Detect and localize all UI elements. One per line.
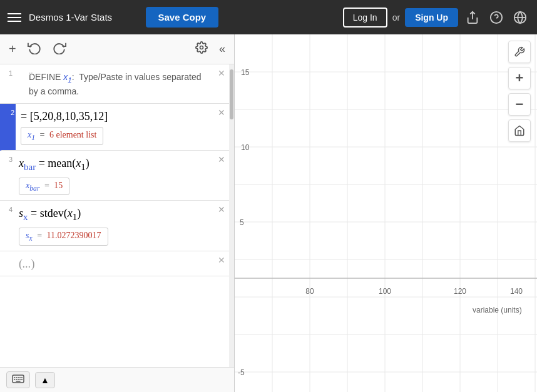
stdev-result-box: sx = 11.0272390017 — [19, 228, 108, 246]
mean-result: xbar = 15 — [19, 178, 222, 196]
close-expr-1-button[interactable]: ✕ — [218, 68, 225, 78]
array-formula-container: = [5,20,8,10,35,12] x1 = 6 element list — [21, 110, 222, 145]
top-bar-right: Log In or Sign Up — [343, 8, 529, 28]
array-result-box: x1 = 6 element list — [21, 127, 103, 145]
mean-formula[interactable]: xbar = mean(x1) — [19, 157, 222, 173]
mean-result-value: 15 — [54, 181, 63, 190]
svg-point-5 — [200, 46, 203, 49]
expressions-list: 1 " DEFINE x1: Type/Paste in values sepa… — [0, 64, 229, 367]
svg-text:100: 100 — [379, 287, 391, 296]
app-title: Desmos 1-Var Stats — [29, 12, 138, 23]
result-equals: = — [40, 130, 45, 139]
globe-icon[interactable] — [511, 8, 529, 27]
scrollbar-thumb — [230, 69, 233, 119]
graph-grid: 80 100 120 140 15 10 5 -5 variable (unit… — [235, 34, 537, 392]
close-expr-3-button[interactable]: ✕ — [218, 154, 225, 164]
bottom-toolbar: ▲ — [0, 367, 234, 392]
expr-number-2: 2 — [2, 104, 16, 150]
keyboard-button[interactable] — [6, 371, 30, 388]
settings-button[interactable] — [193, 40, 210, 58]
result-var: x1 — [28, 130, 35, 139]
svg-text:variable (units): variable (units) — [473, 306, 522, 314]
hamburger-menu[interactable] — [8, 13, 21, 22]
svg-text:80: 80 — [305, 287, 314, 296]
stdev-result: sx = 11.0272390017 — [19, 228, 222, 246]
graph-panel: + − — [235, 34, 537, 392]
expr-content-1: " DEFINE x1: Type/Paste in values separa… — [14, 64, 229, 103]
home-button[interactable] — [508, 119, 531, 142]
redo-button[interactable] — [50, 39, 69, 59]
expression-row-3: 3 xbar = mean(x1) xbar = 15 ✕ — [0, 151, 229, 201]
share-icon[interactable] — [463, 8, 482, 27]
stdev-result-equals: = — [37, 231, 42, 240]
expr-content-4: sx = stdev(x1) sx = 11.0272390017 ✕ — [14, 201, 229, 250]
expression-row-5-partial: (...) ✕ — [0, 251, 229, 276]
add-expression-button[interactable]: + — [6, 41, 19, 58]
array-formula[interactable]: = [5,20,8,10,35,12] — [21, 110, 222, 123]
expression-toolbar: + « — [0, 34, 234, 64]
graph-canvas[interactable]: 80 100 120 140 15 10 5 -5 variable (unit… — [235, 34, 537, 392]
svg-text:10: 10 — [241, 143, 250, 152]
quote-icon: " — [29, 71, 33, 84]
close-expr-4-button[interactable]: ✕ — [218, 204, 225, 214]
svg-text:5: 5 — [240, 218, 244, 227]
expressions-scrollbar[interactable] — [229, 64, 234, 367]
or-text: or — [392, 13, 400, 23]
help-icon[interactable] — [487, 8, 506, 27]
mean-result-box: xbar = 15 — [19, 178, 69, 196]
graph-tools: + − — [508, 41, 531, 142]
stdev-result-value: 11.0272390017 — [47, 231, 101, 240]
signup-button[interactable]: Sign Up — [405, 8, 458, 27]
expression-row-2: 2 = [5,20,8,10,35,12] x1 = 6 element lis… — [0, 104, 229, 151]
expr-content-5: (...) ✕ — [14, 251, 229, 276]
zoom-in-button[interactable]: + — [508, 67, 531, 89]
login-button[interactable]: Log In — [343, 8, 387, 28]
left-panel: + « — [0, 34, 235, 392]
expr-number-5 — [0, 251, 14, 276]
svg-text:15: 15 — [241, 68, 250, 77]
close-expr-2-button[interactable]: ✕ — [218, 108, 225, 118]
undo-button[interactable] — [25, 39, 44, 59]
arrow-up-button[interactable]: ▲ — [35, 372, 55, 388]
expression-row-1: 1 " DEFINE x1: Type/Paste in values sepa… — [0, 64, 229, 104]
mean-result-equals: = — [44, 181, 49, 190]
svg-rect-18 — [235, 34, 537, 392]
expr-content-3: xbar = mean(x1) xbar = 15 ✕ — [14, 151, 229, 200]
zoom-out-button[interactable]: − — [508, 93, 531, 116]
mean-result-var: xbar — [26, 181, 39, 190]
save-copy-button[interactable]: Save Copy — [146, 7, 219, 28]
expr-number-1: 1 — [0, 64, 14, 103]
svg-text:120: 120 — [454, 287, 466, 296]
svg-text:-5: -5 — [238, 368, 245, 377]
top-bar: Desmos 1-Var Stats Save Copy Log In or S… — [0, 0, 537, 34]
array-result: x1 = 6 element list — [21, 127, 222, 145]
expr-content-2: = [5,20,8,10,35,12] x1 = 6 element list … — [16, 104, 229, 150]
close-expr-5-button[interactable]: ✕ — [218, 255, 225, 265]
wrench-tool-button[interactable] — [508, 41, 531, 63]
collapse-panel-button[interactable]: « — [217, 41, 228, 57]
main-content: + « — [0, 34, 537, 392]
expr-number-3: 3 — [0, 151, 14, 200]
stdev-result-var: sx — [26, 231, 33, 240]
x1-var: x1 — [63, 72, 71, 82]
define-text: DEFINE x1: Type/Paste in values separate… — [29, 71, 222, 98]
expr-number-4: 4 — [0, 201, 14, 250]
stdev-formula[interactable]: sx = stdev(x1) — [19, 207, 222, 223]
svg-text:140: 140 — [510, 287, 523, 296]
partial-formula: (...) — [19, 258, 222, 271]
result-value: 6 element list — [49, 130, 96, 139]
expression-row-4: 4 sx = stdev(x1) sx = 11.0272390017 — [0, 201, 229, 251]
